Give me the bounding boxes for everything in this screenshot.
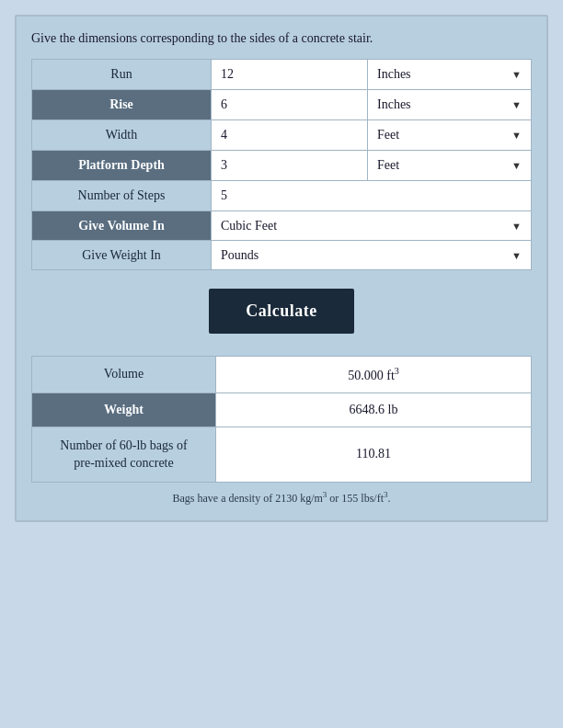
run-select-wrapper: Inches Feet Centimeters: [368, 60, 531, 89]
give-weight-select[interactable]: Pounds Kilograms Tons: [212, 241, 531, 269]
footnote-sup2: 3: [384, 490, 388, 499]
platform-depth-select-wrapper: Feet Inches Centimeters: [368, 151, 531, 180]
rise-input-group: Inches Feet Centimeters: [212, 90, 531, 119]
main-container: Give the dimensions corresponding to the…: [15, 15, 548, 522]
description-text: Give the dimensions corresponding to the…: [31, 31, 532, 46]
run-input-group: Inches Feet Centimeters: [212, 60, 531, 89]
width-select-wrapper: Feet Inches Centimeters: [368, 120, 531, 150]
rise-unit-select[interactable]: Inches Feet Centimeters: [368, 90, 531, 119]
calculate-button[interactable]: Calculate: [209, 289, 353, 334]
width-label: Width: [32, 120, 212, 151]
table-row: Run Inches Feet Centimeters: [32, 60, 532, 90]
calculate-area: Calculate: [31, 289, 532, 334]
give-weight-label: Give Weight In: [32, 241, 212, 270]
rise-input-cell: Inches Feet Centimeters: [212, 90, 532, 120]
bags-value: 110.81: [216, 427, 532, 482]
width-input-cell: Feet Inches Centimeters: [212, 120, 532, 151]
run-unit-select[interactable]: Inches Feet Centimeters: [368, 60, 531, 88]
results-table: Volume 50.000 ft3 Weight 6648.6 lb Numbe…: [31, 356, 532, 483]
give-volume-select-wrapper: Cubic Feet Cubic Inches Cubic Yards Cubi…: [212, 211, 531, 240]
weight-value: 6648.6 lb: [216, 392, 532, 427]
table-row: Rise Inches Feet Centimeters: [32, 90, 532, 120]
table-row: Give Weight In Pounds Kilograms Tons: [32, 241, 532, 270]
platform-depth-label: Platform Depth: [32, 151, 212, 181]
num-steps-input[interactable]: [212, 181, 531, 210]
volume-row: Volume 50.000 ft3: [32, 357, 532, 393]
rise-label: Rise: [32, 90, 212, 120]
weight-row: Weight 6648.6 lb: [32, 392, 532, 427]
run-input[interactable]: [212, 60, 368, 89]
volume-label: Volume: [32, 357, 216, 393]
platform-depth-input-group: Feet Inches Centimeters: [212, 151, 531, 180]
weight-label: Weight: [32, 392, 216, 427]
rise-select-wrapper: Inches Feet Centimeters: [368, 90, 531, 119]
footnote-text: Bags have a density of 2130 kg/m3 or 155…: [31, 490, 532, 506]
table-row: Width Feet Inches Centimeters: [32, 120, 532, 151]
num-steps-label: Number of Steps: [32, 181, 212, 211]
bags-label: Number of 60-lb bags ofpre-mixed concret…: [32, 427, 216, 482]
run-label: Run: [32, 60, 212, 90]
bags-row: Number of 60-lb bags ofpre-mixed concret…: [32, 427, 532, 482]
give-volume-select[interactable]: Cubic Feet Cubic Inches Cubic Yards Cubi…: [212, 211, 531, 240]
volume-value: 50.000 ft3: [216, 357, 532, 393]
num-steps-input-cell: [212, 181, 532, 211]
volume-sup: 3: [395, 366, 399, 376]
give-weight-input-cell: Pounds Kilograms Tons: [212, 241, 532, 270]
give-weight-select-wrapper: Pounds Kilograms Tons: [212, 241, 531, 269]
form-table: Run Inches Feet Centimeters Rise: [31, 59, 532, 270]
run-input-cell: Inches Feet Centimeters: [212, 60, 532, 90]
give-volume-label: Give Volume In: [32, 211, 212, 241]
platform-depth-unit-select[interactable]: Feet Inches Centimeters: [368, 151, 531, 179]
width-unit-select[interactable]: Feet Inches Centimeters: [368, 120, 531, 149]
platform-depth-input-cell: Feet Inches Centimeters: [212, 151, 532, 181]
rise-input[interactable]: [212, 90, 368, 119]
footnote-sup1: 3: [323, 490, 327, 499]
table-row: Give Volume In Cubic Feet Cubic Inches C…: [32, 211, 532, 241]
width-input[interactable]: [212, 120, 368, 150]
table-row: Number of Steps: [32, 181, 532, 211]
platform-depth-input[interactable]: [212, 151, 368, 180]
width-input-group: Feet Inches Centimeters: [212, 120, 531, 150]
table-row: Platform Depth Feet Inches Centimeters: [32, 151, 532, 181]
give-volume-input-cell: Cubic Feet Cubic Inches Cubic Yards Cubi…: [212, 211, 532, 241]
